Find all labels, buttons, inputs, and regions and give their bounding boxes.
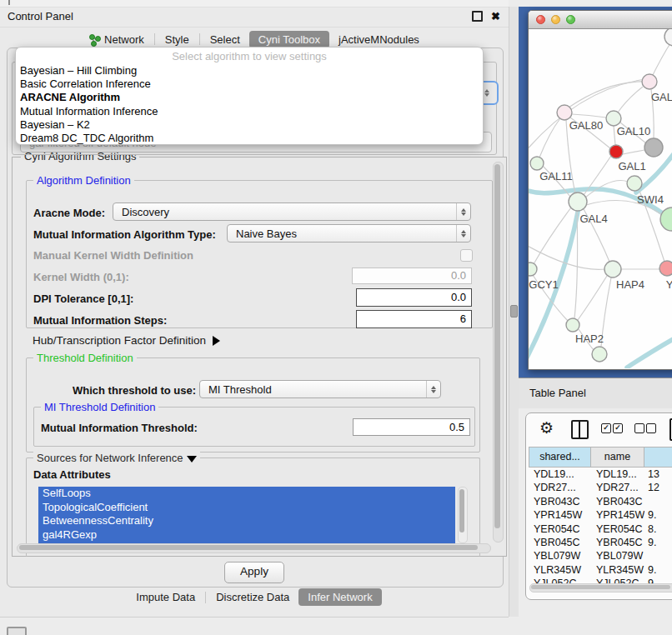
column-header-name[interactable]: name [591, 447, 644, 468]
column-header-partial[interactable] [644, 447, 672, 468]
table-horizontal-scrollbar[interactable] [529, 583, 672, 592]
control-panel-title: Control Panel [8, 10, 73, 22]
node-label-gcy1: GCY1 [529, 278, 558, 291]
algorithm-menu-item[interactable]: Mutual Information Inference [16, 105, 483, 118]
network-node-top-partial[interactable] [664, 29, 672, 46]
corner-button[interactable] [7, 627, 27, 635]
sources-group-title[interactable]: Sources for Network Inference [33, 452, 200, 464]
network-node-gal10[interactable] [606, 111, 621, 126]
attribute-list-item[interactable]: gal4RGexp [38, 528, 455, 542]
tab-discretize-data[interactable]: Discretize Data [207, 588, 298, 606]
attributes-list-scrollbar[interactable] [458, 487, 468, 543]
tab-infer-network[interactable]: Infer Network [298, 588, 381, 606]
thin-edge[interactable] [618, 87, 643, 112]
node-label-salmon: Y [666, 278, 672, 291]
apply-button[interactable]: Apply [224, 562, 284, 583]
dpi-tolerance-field[interactable]: 0.0 [356, 288, 472, 307]
checked-box-icon[interactable]: ✓ [613, 423, 623, 433]
close-icon[interactable]: ✖ [491, 11, 500, 22]
table-row[interactable]: YDR27...YDR27...12 [529, 482, 672, 495]
network-canvas[interactable]: GALGAL80GAL10GAL1GAL11SWI4GAL4GCY1HAP4YH… [529, 29, 672, 368]
tab-select[interactable]: Select [201, 31, 249, 48]
thin-edge[interactable] [572, 114, 606, 118]
network-node-hap2[interactable] [566, 318, 579, 332]
collapsed-arrow-icon [213, 336, 220, 346]
algorithm-menu-item[interactable]: Dream8 DC_TDC Algorithm [16, 132, 483, 145]
network-node-gcy1[interactable] [529, 262, 537, 276]
tab-impute-data[interactable]: Impute Data [127, 588, 204, 606]
node-label-gal80: GAL80 [569, 119, 603, 132]
kernel-width-field[interactable]: 0.0 [352, 268, 472, 284]
mi-threshold-field[interactable]: 0.5 [353, 418, 470, 436]
tab-separator [199, 33, 200, 45]
network-node-gal80[interactable] [557, 105, 572, 120]
settings-vertical-scrollbar[interactable] [493, 162, 504, 542]
close-traffic-light[interactable] [536, 15, 545, 24]
algorithm-menu-item[interactable]: Bayesian – K2 [16, 118, 483, 132]
table-cell: YBL079W [529, 550, 591, 563]
mi-threshold-definition-group: MI Threshold Definition Mutual Informati… [33, 407, 475, 447]
node-label-hap2: HAP2 [575, 332, 604, 345]
table-cell: YBL079W [591, 550, 644, 563]
network-node-bottom[interactable] [592, 347, 607, 362]
table-cell: YPR145W [591, 509, 644, 522]
attribute-list-item[interactable]: BetweennessCentrality [38, 514, 455, 528]
which-threshold-combo[interactable]: MI Threshold [199, 380, 441, 398]
tab-style[interactable]: Style [156, 31, 198, 48]
tab-separator [205, 592, 206, 603]
aracne-mode-combo[interactable]: Discovery [113, 202, 471, 221]
tab-network[interactable]: Network [80, 31, 153, 48]
network-node-gal11[interactable] [530, 157, 544, 170]
thick-edge[interactable] [627, 334, 672, 368]
unchecked-box-icon[interactable] [646, 423, 656, 433]
hub-transcription-section-toggle[interactable]: Hub/Transcription Factor Definition [33, 334, 220, 347]
thin-edge[interactable] [623, 150, 644, 154]
network-node-gray-node[interactable] [644, 138, 663, 157]
table-row[interactable]: YLR345WYLR345W9. [529, 564, 672, 578]
column-pane-icon[interactable] [571, 420, 589, 439]
table-cell: 8. [644, 523, 672, 537]
mi-algorithm-type-combo[interactable]: Naive Bayes [227, 224, 471, 242]
attribute-list-item[interactable]: SelfLoops [38, 487, 455, 501]
gear-icon[interactable]: ⚙ [539, 418, 554, 438]
thin-edge[interactable] [578, 276, 607, 320]
table-cell: YBR043C [529, 496, 591, 509]
network-node-gal4[interactable] [569, 192, 587, 211]
splitter-handle[interactable] [510, 305, 518, 318]
mi-steps-field[interactable]: 6 [356, 310, 472, 328]
attribute-list-item[interactable]: TopologicalCoefficient [38, 501, 455, 515]
settings-horizontal-scrollbar[interactable] [17, 543, 491, 553]
table-cell: YER054C [529, 523, 591, 537]
checked-box-icon[interactable]: ✓ [601, 423, 611, 433]
thin-edge[interactable] [539, 118, 560, 158]
network-node-salmon[interactable] [659, 261, 672, 276]
table-row[interactable]: YBL079WYBL079W [529, 550, 672, 563]
network-node-gal1[interactable] [609, 145, 623, 158]
table-row[interactable]: YDL19...YDL19...13 [529, 468, 672, 482]
mi-algorithm-type-label: Mutual Information Algorithm Type: [33, 228, 216, 241]
unchecked-box-icon[interactable] [634, 423, 644, 433]
minimize-traffic-light[interactable] [551, 15, 560, 24]
table-row[interactable]: YER054CYER054C8. [529, 523, 672, 537]
tab-jactivemnodules[interactable]: jActiveMNodules [329, 31, 429, 48]
data-attributes-list: SelfLoopsTopologicalCoefficientBetweenne… [38, 487, 455, 543]
network-node-swi4[interactable] [627, 176, 642, 191]
aracne-mode-value: Discovery [113, 206, 456, 218]
tab-cyni-toolbox[interactable]: Cyni Toolbox [249, 31, 329, 48]
algorithm-menu-item[interactable]: Bayesian – Hill Climbing [16, 64, 483, 78]
network-node-gal-top[interactable] [642, 74, 657, 89]
table-row[interactable]: YBR045CYBR045C9. [529, 537, 672, 550]
float-icon[interactable] [472, 11, 483, 22]
threshold-definition-group: Threshold Definition Which threshold to … [26, 358, 480, 452]
thin-edge[interactable] [614, 126, 615, 145]
algorithm-menu-item[interactable]: Basic Correlation Inference [16, 78, 483, 91]
network-node-hap4[interactable] [604, 261, 621, 278]
manual-kernel-width-checkbox[interactable] [460, 249, 473, 262]
network-window-titlebar[interactable] [529, 11, 672, 29]
table-row[interactable]: YPR145WYPR145W9. [529, 509, 672, 522]
table-cell: 9. [644, 509, 672, 522]
column-header-shared...[interactable]: shared... [529, 447, 591, 468]
algorithm-menu-item[interactable]: ARACNE Algorithm [16, 91, 483, 104]
table-row[interactable]: YBR043CYBR043C [529, 496, 672, 509]
zoom-traffic-light[interactable] [566, 15, 575, 24]
